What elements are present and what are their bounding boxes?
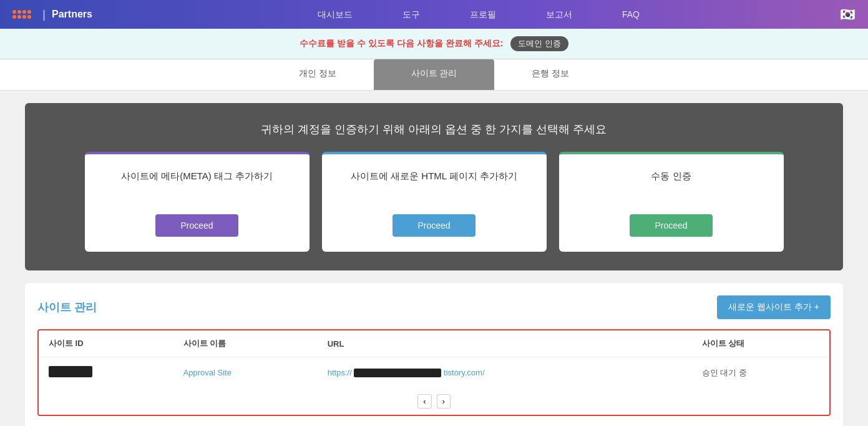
proceed-meta-tag-button[interactable]: Proceed <box>155 214 238 237</box>
tab-personal-info[interactable]: 개인 정보 <box>261 59 374 90</box>
table-row: Approval Site https:// tistory.com/ 승인 대… <box>39 357 829 389</box>
verify-card-html-page: 사이트에 새로운 HTML 페이지 추가하기 Proceed <box>322 152 547 252</box>
col-header-site-status: 사이트 상태 <box>692 330 829 357</box>
verification-cards: 사이트에 메타(META) 태그 추가하기 Proceed 사이트에 새로운 H… <box>44 152 824 252</box>
sub-tabs: 개인 정보 사이트 관리 은행 정보 <box>0 59 868 91</box>
verify-card-manual-title: 수동 인증 <box>651 169 691 184</box>
main-content: 귀하의 계정을 인증하기 위해 아래의 옵션 중 한 가지를 선택해 주세요 사… <box>0 91 868 426</box>
brand-name: Partners <box>52 9 92 20</box>
alert-banner: 수수료를 받을 수 있도록 다음 사항을 완료해 주세요: 도메인 인증 <box>0 29 868 59</box>
verify-card-meta-tag: 사이트에 메타(META) 태그 추가하기 Proceed <box>85 152 310 252</box>
cell-site-name: Approval Site <box>173 357 318 389</box>
cell-url: https:// tistory.com/ <box>318 357 692 389</box>
url-suffix: tistory.com/ <box>444 368 485 377</box>
nav-dashboard[interactable]: 대시보드 <box>318 9 353 21</box>
site-management-header: 사이트 관리 새로운 웹사이트 추가 + <box>37 295 831 319</box>
language-flag[interactable]: 🇰🇷 <box>840 7 856 22</box>
brand: | Partners <box>12 8 92 21</box>
nav-menu: 대시보드 도구 프로필 보고서 FAQ <box>117 9 840 21</box>
verify-card-manual: 수동 인증 Proceed <box>559 152 784 252</box>
col-header-site-name: 사이트 이름 <box>173 330 318 357</box>
table-pagination: ‹ › <box>39 388 829 415</box>
site-management-section: 사이트 관리 새로운 웹사이트 추가 + 사이트 ID 사이트 이름 URL 사… <box>25 283 843 426</box>
proceed-html-page-button[interactable]: Proceed <box>393 214 475 237</box>
nav-faq[interactable]: FAQ <box>622 9 640 20</box>
cell-site-status: 승인 대기 중 <box>692 357 829 389</box>
url-prefix: https:// <box>328 368 352 377</box>
url-redacted-block <box>354 369 441 377</box>
brand-separator: | <box>42 8 46 21</box>
cell-site-id <box>39 357 173 389</box>
site-name-value[interactable]: Approval Site <box>183 368 232 377</box>
site-table-wrapper: 사이트 ID 사이트 이름 URL 사이트 상태 Approval Site <box>37 329 831 416</box>
site-table: 사이트 ID 사이트 이름 URL 사이트 상태 Approval Site <box>39 330 829 388</box>
pagination-prev[interactable]: ‹ <box>417 394 431 409</box>
col-header-url: URL <box>318 330 692 357</box>
agoda-logo-dots <box>12 10 31 19</box>
alert-message: 수수료를 받을 수 있도록 다음 사항을 완료해 주세요: <box>300 38 503 48</box>
status-badge: 승인 대기 중 <box>702 368 747 377</box>
nav-profile[interactable]: 프로필 <box>470 9 496 21</box>
verification-section: 귀하의 계정을 인증하기 위해 아래의 옵션 중 한 가지를 선택해 주세요 사… <box>25 103 843 270</box>
alert-action-button[interactable]: 도메인 인증 <box>510 36 568 51</box>
tab-site-management[interactable]: 사이트 관리 <box>374 59 495 90</box>
verify-card-html-title: 사이트에 새로운 HTML 페이지 추가하기 <box>351 169 517 184</box>
proceed-manual-button[interactable]: Proceed <box>630 214 712 237</box>
verification-title: 귀하의 계정을 인증하기 위해 아래의 옵션 중 한 가지를 선택해 주세요 <box>44 122 824 137</box>
site-id-redacted <box>49 366 92 377</box>
nav-tools[interactable]: 도구 <box>402 9 420 21</box>
pagination-next[interactable]: › <box>437 394 451 409</box>
site-management-title: 사이트 관리 <box>37 300 97 315</box>
nav-reports[interactable]: 보고서 <box>546 9 572 21</box>
add-website-button[interactable]: 새로운 웹사이트 추가 + <box>717 295 831 319</box>
col-header-site-id: 사이트 ID <box>39 330 173 357</box>
navbar: | Partners 대시보드 도구 프로필 보고서 FAQ 🇰🇷 <box>0 0 868 29</box>
table-header-row: 사이트 ID 사이트 이름 URL 사이트 상태 <box>39 330 829 357</box>
verify-card-meta-title: 사이트에 메타(META) 태그 추가하기 <box>121 169 273 184</box>
tab-bank-info[interactable]: 은행 정보 <box>494 59 607 90</box>
